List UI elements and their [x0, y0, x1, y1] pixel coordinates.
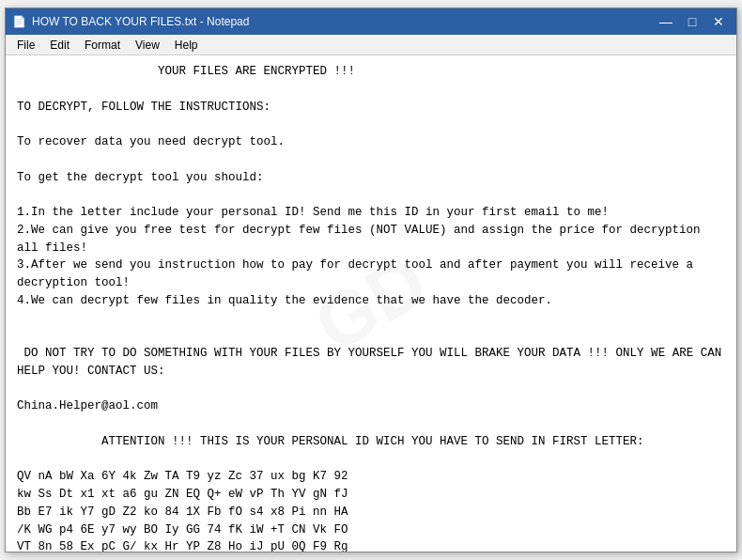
minimize-button[interactable]: —: [654, 12, 678, 31]
close-button[interactable]: ✕: [706, 12, 731, 31]
window-title: HOW TO BACK YOUR FILES.txt - Notepad: [32, 15, 249, 28]
notepad-text: YOUR FILES ARE ENCRYPTED !!! TO DECRYPT,…: [17, 63, 725, 552]
menu-format[interactable]: Format: [77, 37, 128, 54]
notepad-window: 📄 HOW TO BACK YOUR FILES.txt - Notepad —…: [5, 8, 737, 552]
menu-help[interactable]: Help: [167, 37, 206, 54]
maximize-button[interactable]: □: [680, 12, 704, 31]
menu-view[interactable]: View: [128, 37, 167, 54]
menu-file[interactable]: File: [9, 37, 42, 54]
title-bar-controls: — □ ✕: [654, 12, 731, 31]
menu-bar: File Edit Format View Help: [6, 35, 736, 55]
title-bar: 📄 HOW TO BACK YOUR FILES.txt - Notepad —…: [6, 8, 736, 35]
app-icon: 📄: [11, 14, 26, 29]
title-bar-left: 📄 HOW TO BACK YOUR FILES.txt - Notepad: [11, 14, 249, 29]
menu-edit[interactable]: Edit: [42, 37, 77, 54]
text-content-area[interactable]: GD YOUR FILES ARE ENCRYPTED !!! TO DECRY…: [6, 55, 736, 552]
